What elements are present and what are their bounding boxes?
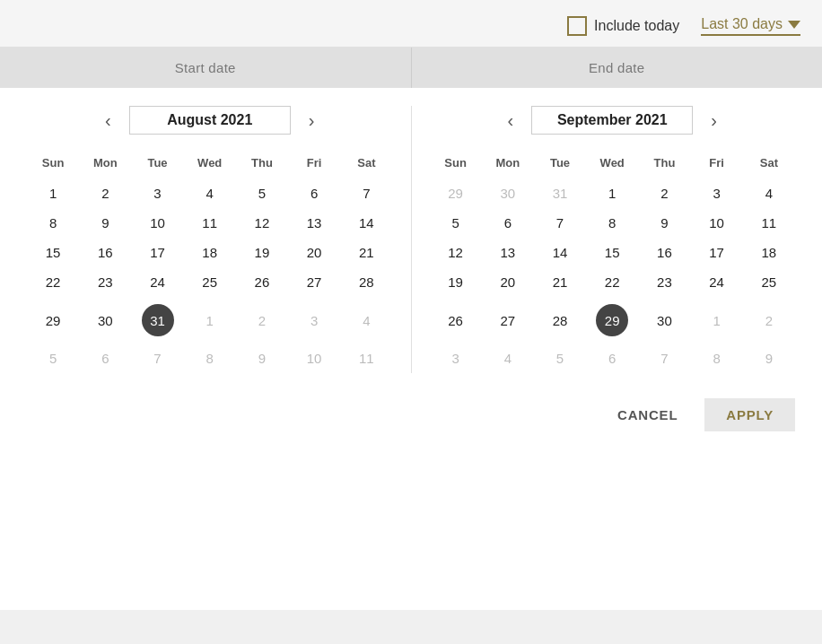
calendar-day-cell[interactable]: 11 [743,208,795,238]
calendar-day-cell[interactable]: 3 [131,178,183,208]
calendar-day-cell[interactable]: 21 [534,267,586,297]
calendar-day-cell[interactable]: 5 [430,208,482,238]
calendar-day-cell[interactable]: 1 [691,297,743,344]
calendar-day-cell[interactable]: 22 [27,267,79,297]
left-next-month-button[interactable]: › [302,108,322,133]
right-month-title: September 2021 [531,106,693,135]
calendar-day-cell[interactable]: 27 [482,297,534,344]
calendar-day-cell[interactable]: 21 [340,238,392,267]
calendar-day-cell[interactable]: 13 [288,208,340,238]
calendar-day-cell[interactable]: 19 [236,238,288,267]
calendar-day-cell[interactable]: 16 [638,238,690,267]
calendar-day-cell[interactable]: 10 [288,344,340,373]
calendar-day-cell[interactable]: 30 [79,297,131,344]
calendar-day-cell[interactable]: 19 [430,267,482,297]
calendar-day-cell[interactable]: 3 [430,344,482,373]
calendar-day-cell[interactable]: 5 [534,344,586,373]
calendar-day-cell[interactable]: 24 [691,267,743,297]
calendar-day-cell[interactable]: 15 [27,238,79,267]
calendar-day-cell[interactable]: 4 [184,178,236,208]
calendar-day-cell[interactable]: 29 [586,297,638,344]
calendar-day-cell[interactable]: 10 [131,208,183,238]
calendar-day-cell[interactable]: 31 [534,178,586,208]
calendar-day-cell[interactable]: 14 [340,208,392,238]
calendar-day-cell[interactable]: 9 [79,208,131,238]
cancel-button[interactable]: CANCEL [599,398,695,431]
calendar-day-cell[interactable]: 6 [79,344,131,373]
calendar-day-cell[interactable]: 29 [430,178,482,208]
last-30-days-dropdown[interactable]: Last 30 days [701,16,800,36]
left-day-grid: SunMonTueWedThuFriSat 123456789101112131… [27,151,393,373]
calendar-day-cell[interactable]: 9 [638,208,690,238]
calendar-day-cell[interactable]: 24 [131,267,183,297]
calendar-day-cell[interactable]: 31 [131,297,183,344]
calendar-day-cell[interactable]: 15 [586,238,638,267]
calendars-container: ‹ August 2021 › SunMonTueWedThuFriSat 12… [0,88,822,382]
calendar-day-cell[interactable]: 1 [27,178,79,208]
calendar-day-cell[interactable]: 5 [27,344,79,373]
calendar-day-cell[interactable]: 2 [638,178,690,208]
calendar-day-cell[interactable]: 2 [236,297,288,344]
include-today-checkbox[interactable] [567,16,587,36]
calendar-day-cell[interactable]: 9 [743,344,795,373]
calendar-day-cell[interactable]: 8 [184,344,236,373]
calendar-day-cell[interactable]: 9 [236,344,288,373]
calendar-day-cell[interactable]: 26 [236,267,288,297]
calendar-day-cell[interactable]: 10 [691,208,743,238]
calendar-day-cell[interactable]: 4 [743,178,795,208]
calendar-day-cell[interactable]: 1 [586,178,638,208]
calendar-day-cell[interactable]: 25 [184,267,236,297]
calendar-day-cell[interactable]: 22 [586,267,638,297]
calendar-day-cell[interactable]: 29 [27,297,79,344]
right-prev-month-button[interactable]: ‹ [501,108,521,133]
calendar-day-cell[interactable]: 25 [743,267,795,297]
calendar-day-cell[interactable]: 23 [79,267,131,297]
calendar-day-cell[interactable]: 2 [743,297,795,344]
calendar-day-cell[interactable]: 30 [638,297,690,344]
calendar-day-cell[interactable]: 17 [131,238,183,267]
calendar-day-cell[interactable]: 14 [534,238,586,267]
calendar-day-cell[interactable]: 27 [288,267,340,297]
calendar-day-cell[interactable]: 2 [79,178,131,208]
right-next-month-button[interactable]: › [704,108,724,133]
calendar-week-row: 567891011 [27,344,393,373]
calendar-day-cell[interactable]: 1 [184,297,236,344]
day-of-week-header: Fri [691,151,743,178]
calendar-day-cell[interactable]: 6 [482,208,534,238]
calendar-day-cell[interactable]: 28 [340,267,392,297]
calendar-day-cell[interactable]: 3 [288,297,340,344]
calendar-day-cell[interactable]: 8 [691,344,743,373]
calendar-day-cell[interactable]: 20 [482,267,534,297]
calendar-day-cell[interactable]: 30 [482,178,534,208]
calendar-day-cell[interactable]: 28 [534,297,586,344]
calendar-day-cell[interactable]: 4 [340,297,392,344]
calendar-day-cell[interactable]: 7 [534,208,586,238]
calendar-day-cell[interactable]: 23 [638,267,690,297]
left-prev-month-button[interactable]: ‹ [98,108,118,133]
calendar-day-cell[interactable]: 18 [743,238,795,267]
calendar-day-cell[interactable]: 4 [482,344,534,373]
calendar-day-cell[interactable]: 11 [340,344,392,373]
calendar-day-cell[interactable]: 12 [236,208,288,238]
calendar-day-cell[interactable]: 12 [430,238,482,267]
calendar-day-cell[interactable]: 18 [184,238,236,267]
calendar-day-cell[interactable]: 13 [482,238,534,267]
apply-button[interactable]: APPLY [704,398,795,431]
left-month-nav: ‹ August 2021 › [27,106,393,135]
calendar-day-cell[interactable]: 8 [586,208,638,238]
calendar-day-cell[interactable]: 3 [691,178,743,208]
calendar-day-cell[interactable]: 7 [131,344,183,373]
calendar-day-cell[interactable]: 20 [288,238,340,267]
calendar-day-cell[interactable]: 17 [691,238,743,267]
calendar-day-cell[interactable]: 16 [79,238,131,267]
calendar-day-cell[interactable]: 26 [430,297,482,344]
footer: CANCEL APPLY [0,382,822,440]
calendar-day-cell[interactable]: 5 [236,178,288,208]
calendar-day-cell[interactable]: 6 [288,178,340,208]
calendar-day-cell[interactable]: 7 [638,344,690,373]
calendar-day-cell[interactable]: 8 [27,208,79,238]
calendar-day-cell[interactable]: 6 [586,344,638,373]
calendar-day-cell[interactable]: 7 [340,178,392,208]
right-calendar: ‹ September 2021 › SunMonTueWedThuFriSat… [412,106,814,373]
calendar-day-cell[interactable]: 11 [184,208,236,238]
